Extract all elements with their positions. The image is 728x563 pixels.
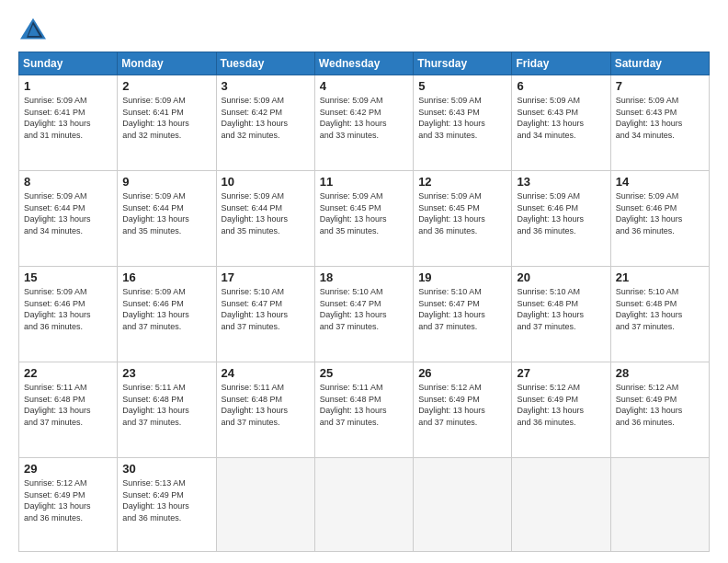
weekday-header-friday: Friday (512, 52, 610, 75)
week-row-5: 29Sunrise: 5:12 AM Sunset: 6:49 PM Dayli… (19, 458, 710, 552)
day-number-2: 2 (122, 79, 210, 93)
day-info-21: Sunrise: 5:10 AM Sunset: 6:48 PM Dayligh… (616, 286, 704, 332)
day-info-25: Sunrise: 5:11 AM Sunset: 6:48 PM Dayligh… (320, 382, 408, 428)
day-cell-22: 22Sunrise: 5:11 AM Sunset: 6:48 PM Dayli… (19, 362, 118, 458)
day-info-22: Sunrise: 5:11 AM Sunset: 6:48 PM Dayligh… (24, 382, 112, 428)
day-info-5: Sunrise: 5:09 AM Sunset: 6:43 PM Dayligh… (418, 95, 506, 141)
week-row-2: 8Sunrise: 5:09 AM Sunset: 6:44 PM Daylig… (19, 171, 710, 267)
day-info-15: Sunrise: 5:09 AM Sunset: 6:46 PM Dayligh… (24, 286, 112, 332)
day-cell-14: 14Sunrise: 5:09 AM Sunset: 6:46 PM Dayli… (610, 171, 709, 267)
weekday-header-row: SundayMondayTuesdayWednesdayThursdayFrid… (19, 52, 710, 75)
empty-cell (314, 458, 413, 552)
weekday-header-tuesday: Tuesday (216, 52, 314, 75)
day-number-24: 24 (222, 366, 310, 380)
empty-cell (512, 458, 610, 552)
day-cell-13: 13Sunrise: 5:09 AM Sunset: 6:46 PM Dayli… (512, 171, 610, 267)
day-info-10: Sunrise: 5:09 AM Sunset: 6:44 PM Dayligh… (222, 190, 310, 236)
header (18, 17, 710, 42)
day-number-26: 26 (418, 366, 506, 380)
week-row-4: 22Sunrise: 5:11 AM Sunset: 6:48 PM Dayli… (19, 362, 710, 458)
day-cell-17: 17Sunrise: 5:10 AM Sunset: 6:47 PM Dayli… (216, 267, 314, 362)
weekday-header-wednesday: Wednesday (314, 52, 413, 75)
weekday-header-monday: Monday (118, 52, 216, 75)
day-cell-12: 12Sunrise: 5:09 AM Sunset: 6:45 PM Dayli… (414, 171, 512, 267)
day-info-24: Sunrise: 5:11 AM Sunset: 6:48 PM Dayligh… (222, 382, 310, 428)
day-cell-2: 2Sunrise: 5:09 AM Sunset: 6:41 PM Daylig… (118, 75, 216, 171)
day-cell-6: 6Sunrise: 5:09 AM Sunset: 6:43 PM Daylig… (512, 75, 610, 171)
day-number-13: 13 (517, 175, 605, 189)
logo-icon (18, 17, 48, 42)
day-cell-7: 7Sunrise: 5:09 AM Sunset: 6:43 PM Daylig… (610, 75, 709, 171)
day-number-7: 7 (616, 79, 704, 93)
day-cell-8: 8Sunrise: 5:09 AM Sunset: 6:44 PM Daylig… (19, 171, 118, 267)
day-number-18: 18 (320, 270, 408, 284)
weekday-header-thursday: Thursday (414, 52, 512, 75)
day-info-2: Sunrise: 5:09 AM Sunset: 6:41 PM Dayligh… (122, 95, 210, 141)
day-info-29: Sunrise: 5:12 AM Sunset: 6:49 PM Dayligh… (24, 477, 112, 523)
day-cell-30: 30Sunrise: 5:13 AM Sunset: 6:49 PM Dayli… (118, 458, 216, 552)
day-info-30: Sunrise: 5:13 AM Sunset: 6:49 PM Dayligh… (122, 477, 210, 523)
day-info-16: Sunrise: 5:09 AM Sunset: 6:46 PM Dayligh… (122, 286, 210, 332)
day-info-14: Sunrise: 5:09 AM Sunset: 6:46 PM Dayligh… (616, 190, 704, 236)
day-number-11: 11 (320, 175, 408, 189)
week-row-1: 1Sunrise: 5:09 AM Sunset: 6:41 PM Daylig… (19, 75, 710, 171)
empty-cell (216, 458, 314, 552)
day-info-27: Sunrise: 5:12 AM Sunset: 6:49 PM Dayligh… (517, 382, 605, 428)
day-number-9: 9 (122, 175, 210, 189)
day-cell-10: 10Sunrise: 5:09 AM Sunset: 6:44 PM Dayli… (216, 171, 314, 267)
day-info-23: Sunrise: 5:11 AM Sunset: 6:48 PM Dayligh… (122, 382, 210, 428)
day-info-26: Sunrise: 5:12 AM Sunset: 6:49 PM Dayligh… (418, 382, 506, 428)
day-cell-19: 19Sunrise: 5:10 AM Sunset: 6:47 PM Dayli… (414, 267, 512, 362)
calendar-page: SundayMondayTuesdayWednesdayThursdayFrid… (0, 0, 728, 563)
day-number-3: 3 (222, 79, 310, 93)
day-number-17: 17 (222, 270, 310, 284)
day-cell-23: 23Sunrise: 5:11 AM Sunset: 6:48 PM Dayli… (118, 362, 216, 458)
day-cell-11: 11Sunrise: 5:09 AM Sunset: 6:45 PM Dayli… (314, 171, 413, 267)
day-number-8: 8 (24, 175, 112, 189)
day-number-10: 10 (222, 175, 310, 189)
empty-cell (610, 458, 709, 552)
day-info-8: Sunrise: 5:09 AM Sunset: 6:44 PM Dayligh… (24, 190, 112, 236)
day-cell-18: 18Sunrise: 5:10 AM Sunset: 6:47 PM Dayli… (314, 267, 413, 362)
day-info-17: Sunrise: 5:10 AM Sunset: 6:47 PM Dayligh… (222, 286, 310, 332)
day-number-29: 29 (24, 462, 112, 476)
day-number-30: 30 (122, 462, 210, 476)
day-cell-16: 16Sunrise: 5:09 AM Sunset: 6:46 PM Dayli… (118, 267, 216, 362)
day-info-19: Sunrise: 5:10 AM Sunset: 6:47 PM Dayligh… (418, 286, 506, 332)
day-number-28: 28 (616, 366, 704, 380)
day-number-16: 16 (122, 270, 210, 284)
day-number-4: 4 (320, 79, 408, 93)
day-info-3: Sunrise: 5:09 AM Sunset: 6:42 PM Dayligh… (222, 95, 310, 141)
day-cell-9: 9Sunrise: 5:09 AM Sunset: 6:44 PM Daylig… (118, 171, 216, 267)
empty-cell (414, 458, 512, 552)
day-cell-20: 20Sunrise: 5:10 AM Sunset: 6:48 PM Dayli… (512, 267, 610, 362)
day-info-28: Sunrise: 5:12 AM Sunset: 6:49 PM Dayligh… (616, 382, 704, 428)
day-cell-1: 1Sunrise: 5:09 AM Sunset: 6:41 PM Daylig… (19, 75, 118, 171)
day-number-20: 20 (517, 270, 605, 284)
day-info-6: Sunrise: 5:09 AM Sunset: 6:43 PM Dayligh… (517, 95, 605, 141)
day-number-27: 27 (517, 366, 605, 380)
day-cell-15: 15Sunrise: 5:09 AM Sunset: 6:46 PM Dayli… (19, 267, 118, 362)
day-info-20: Sunrise: 5:10 AM Sunset: 6:48 PM Dayligh… (517, 286, 605, 332)
weekday-header-saturday: Saturday (610, 52, 709, 75)
day-number-23: 23 (122, 366, 210, 380)
day-number-12: 12 (418, 175, 506, 189)
logo (18, 17, 51, 42)
day-info-11: Sunrise: 5:09 AM Sunset: 6:45 PM Dayligh… (320, 190, 408, 236)
day-info-4: Sunrise: 5:09 AM Sunset: 6:42 PM Dayligh… (320, 95, 408, 141)
day-number-22: 22 (24, 366, 112, 380)
day-cell-4: 4Sunrise: 5:09 AM Sunset: 6:42 PM Daylig… (314, 75, 413, 171)
day-number-21: 21 (616, 270, 704, 284)
day-cell-27: 27Sunrise: 5:12 AM Sunset: 6:49 PM Dayli… (512, 362, 610, 458)
weekday-header-sunday: Sunday (19, 52, 118, 75)
day-info-18: Sunrise: 5:10 AM Sunset: 6:47 PM Dayligh… (320, 286, 408, 332)
day-cell-29: 29Sunrise: 5:12 AM Sunset: 6:49 PM Dayli… (19, 458, 118, 552)
day-cell-25: 25Sunrise: 5:11 AM Sunset: 6:48 PM Dayli… (314, 362, 413, 458)
day-number-1: 1 (24, 79, 112, 93)
day-number-6: 6 (517, 79, 605, 93)
day-cell-24: 24Sunrise: 5:11 AM Sunset: 6:48 PM Dayli… (216, 362, 314, 458)
day-info-9: Sunrise: 5:09 AM Sunset: 6:44 PM Dayligh… (122, 190, 210, 236)
day-number-5: 5 (418, 79, 506, 93)
day-cell-28: 28Sunrise: 5:12 AM Sunset: 6:49 PM Dayli… (610, 362, 709, 458)
week-row-3: 15Sunrise: 5:09 AM Sunset: 6:46 PM Dayli… (19, 267, 710, 362)
